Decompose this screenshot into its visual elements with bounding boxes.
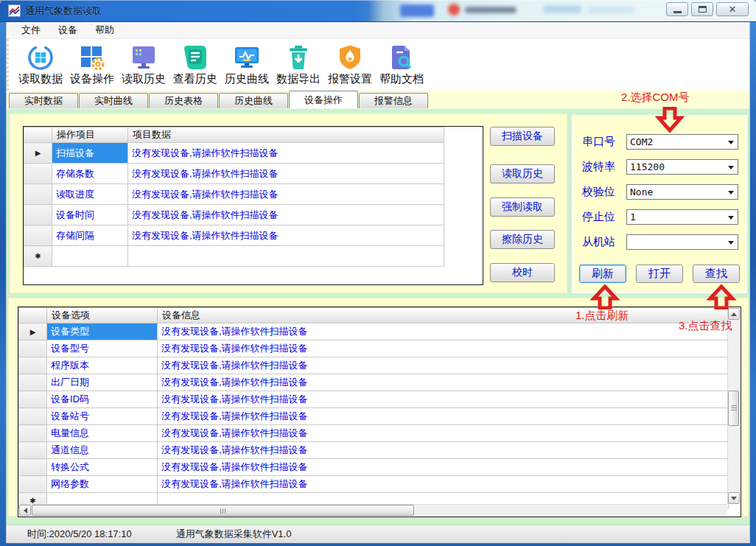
tab-realtime-curve[interactable]: 实时曲线 <box>79 93 148 108</box>
h-scrollbar[interactable] <box>19 504 727 516</box>
toolbar-button-history-curve[interactable]: 历史曲线 <box>221 42 273 86</box>
force-read-button[interactable]: 强制读取 <box>490 197 555 217</box>
refresh-button[interactable]: 刷新 <box>579 265 626 283</box>
minimize-button[interactable] <box>666 2 688 16</box>
row-header-cell[interactable] <box>19 357 47 374</box>
tab-history-curve[interactable]: 历史曲线 <box>219 93 288 108</box>
value-cell[interactable]: 没有发现设备,请操作软件扫描设备 <box>158 391 729 408</box>
chevron-down-icon[interactable] <box>728 241 734 245</box>
toolbar-label: 数据导出 <box>276 72 321 86</box>
serial-port-combo[interactable]: COM2 <box>626 134 738 150</box>
item-cell[interactable]: 设备站号 <box>47 408 158 425</box>
scan-device-button[interactable]: 扫描设备 <box>490 127 555 146</box>
item-cell[interactable]: 出厂日期 <box>47 374 158 391</box>
toolbar-button-alarm-settings[interactable]: 报警设置 <box>324 42 376 86</box>
value-cell[interactable]: 没有发现设备,请操作软件扫描设备 <box>158 459 729 476</box>
column-header[interactable]: 设备信息 <box>158 308 729 323</box>
slave-station-combo[interactable] <box>626 234 738 250</box>
item-cell[interactable]: 通道信息 <box>47 442 158 459</box>
value-cell[interactable]: 没有发现设备,请操作软件扫描设备 <box>158 425 729 442</box>
row-header-cell[interactable] <box>24 225 52 246</box>
read-history-button[interactable]: 读取历史 <box>490 164 555 183</box>
row-header-cell[interactable] <box>19 391 47 408</box>
scroll-left-button[interactable] <box>19 505 31 516</box>
value-cell[interactable]: 没有发现设备,请操作软件扫描设备 <box>158 357 729 374</box>
toolbar-button-data-export[interactable]: 数据导出 <box>273 42 324 86</box>
chevron-down-icon[interactable] <box>728 191 734 195</box>
open-button[interactable]: 打开 <box>636 265 683 283</box>
column-header[interactable]: 操作项目 <box>52 127 128 143</box>
row-header-cell[interactable]: ▶ <box>24 143 52 164</box>
item-cell[interactable]: 设备型号 <box>47 340 158 357</box>
row-header-cell[interactable] <box>19 374 47 391</box>
column-header[interactable]: 项目数据 <box>128 127 444 143</box>
item-cell[interactable]: 转换公式 <box>47 459 158 476</box>
v-scrollbar-thumb[interactable] <box>728 391 739 426</box>
value-cell[interactable]: 没有发现设备,请操作软件扫描设备 <box>158 374 729 391</box>
item-cell[interactable]: 设备ID码 <box>47 391 158 408</box>
item-cell[interactable]: 扫描设备 <box>52 143 128 164</box>
row-header-corner <box>19 308 47 323</box>
value-cell[interactable]: 没有发现设备,请操作软件扫描设备 <box>128 143 444 164</box>
close-button[interactable]: ✕ <box>716 2 749 16</box>
value-cell[interactable] <box>128 246 444 267</box>
item-cell[interactable]: 网络参数 <box>47 476 158 493</box>
row-header-cell[interactable] <box>24 164 52 184</box>
toolbar-button-help-doc[interactable]: 帮助文档 <box>376 42 427 86</box>
item-cell[interactable]: 电量信息 <box>47 425 158 442</box>
time-sync-button[interactable]: 校时 <box>490 263 555 282</box>
item-cell[interactable]: 设备时间 <box>52 205 128 225</box>
tab-history-table[interactable]: 历史表格 <box>149 93 218 108</box>
row-header-cell[interactable] <box>24 205 52 225</box>
value-cell[interactable]: 没有发现设备,请操作软件扫描设备 <box>128 184 444 205</box>
toolbar-button-device-ops[interactable]: 设备操作 <box>66 42 118 86</box>
chevron-down-icon[interactable] <box>728 141 734 144</box>
find-button[interactable]: 查找 <box>693 265 740 283</box>
toolbar-button-read-data[interactable]: 读取数据 <box>15 42 66 86</box>
scroll-up-button[interactable] <box>728 308 740 320</box>
item-cell[interactable] <box>52 246 128 267</box>
tabstrip: 实时数据实时曲线历史表格历史曲线设备操作报警信息 <box>7 91 749 108</box>
item-cell[interactable]: 存储条数 <box>52 164 128 184</box>
item-cell[interactable]: 程序版本 <box>47 357 158 374</box>
item-cell[interactable]: 读取进度 <box>52 184 128 205</box>
maximize-button[interactable] <box>691 2 713 16</box>
value-cell[interactable]: 没有发现设备,请操作软件扫描设备 <box>128 164 444 184</box>
chevron-down-icon[interactable] <box>728 216 734 220</box>
parity-combo[interactable]: None <box>626 184 738 200</box>
row-header-cell[interactable]: ✱ <box>24 246 52 267</box>
row-header-cell[interactable] <box>19 408 47 425</box>
value-cell[interactable]: 没有发现设备,请操作软件扫描设备 <box>158 408 729 425</box>
item-cell[interactable]: 存储间隔 <box>52 225 128 246</box>
value-cell[interactable]: 没有发现设备,请操作软件扫描设备 <box>128 205 444 225</box>
row-header-cell[interactable] <box>19 340 47 357</box>
row-header-cell[interactable] <box>19 476 47 493</box>
row-header-cell[interactable] <box>19 442 47 459</box>
menu-item-help[interactable]: 帮助 <box>88 22 122 38</box>
value-cell[interactable]: 没有发现设备,请操作软件扫描设备 <box>158 476 729 493</box>
row-header-cell[interactable] <box>19 459 47 476</box>
value-cell[interactable]: 没有发现设备,请操作软件扫描设备 <box>128 225 444 246</box>
v-scrollbar[interactable] <box>727 308 740 504</box>
stop-bit-combo[interactable]: 1 <box>626 209 738 225</box>
toolbar-button-view-history[interactable]: 查看历史 <box>169 42 221 86</box>
row-header-cell[interactable] <box>19 425 47 442</box>
baud-rate-combo[interactable]: 115200 <box>626 159 738 175</box>
toolbar-button-read-history[interactable]: 读取历史 <box>118 42 169 86</box>
h-scrollbar-thumb[interactable] <box>32 505 414 516</box>
row-header-cell[interactable] <box>24 184 52 205</box>
item-cell[interactable]: 设备类型 <box>47 323 158 340</box>
tab-device-ops[interactable]: 设备操作 <box>289 91 358 108</box>
value-cell[interactable]: 没有发现设备,请操作软件扫描设备 <box>158 323 729 340</box>
tab-alarm-info[interactable]: 报警信息 <box>359 93 428 108</box>
row-header-cell[interactable]: ▶ <box>19 323 47 340</box>
erase-history-button[interactable]: 擦除历史 <box>490 230 555 249</box>
chevron-down-icon[interactable] <box>728 166 734 169</box>
value-cell[interactable]: 没有发现设备,请操作软件扫描设备 <box>158 340 729 357</box>
column-header[interactable]: 设备选项 <box>47 308 158 323</box>
value-cell[interactable]: 没有发现设备,请操作软件扫描设备 <box>158 442 729 459</box>
menu-item-device[interactable]: 设备 <box>51 22 85 38</box>
menu-item-file[interactable]: 文件 <box>14 22 48 38</box>
tab-realtime-data[interactable]: 实时数据 <box>9 93 78 108</box>
scroll-down-button[interactable] <box>728 492 740 504</box>
